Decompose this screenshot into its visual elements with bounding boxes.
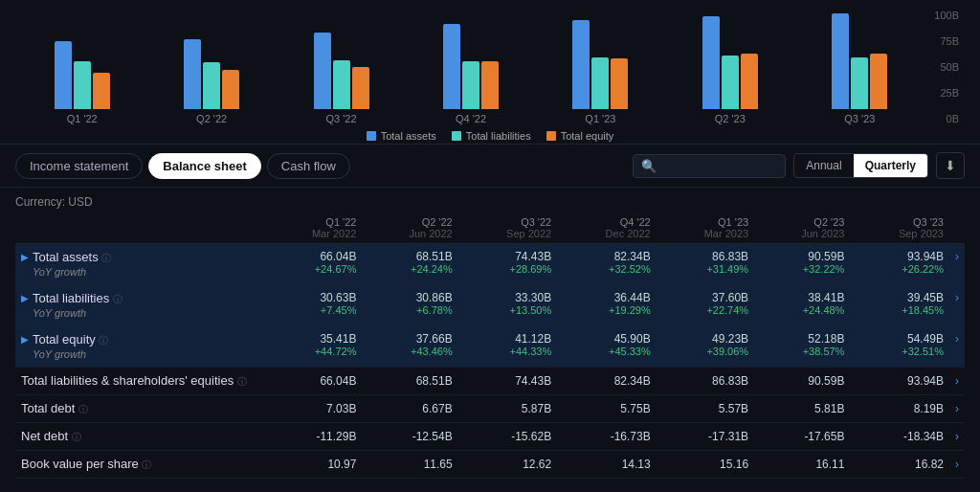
expand-icon[interactable]: ▶ [21, 334, 29, 345]
data-cell: -17.31B [657, 423, 754, 451]
bar-total-assets [184, 39, 201, 109]
cell-value: -18.34B [903, 430, 944, 443]
chart-area: Q1 '22 Q2 '22 Q3 '22 Q4 '22 Q1 '23 [0, 0, 980, 144]
col-label-header [15, 212, 264, 244]
cell-value: -16.73B [611, 430, 651, 443]
col-header: Q4 '22Dec 2022 [557, 212, 656, 244]
cell-value: 49.23B [662, 332, 748, 346]
row-sub: YoY growth [33, 307, 86, 319]
legend-item: Total liabilities [452, 130, 531, 142]
data-cell: 5.81B [754, 395, 850, 423]
data-cell: 35.41B+44.72% [264, 326, 362, 368]
row-label-cell: ▶ Total equity ⓘYoY growth [15, 326, 264, 368]
chevron-right-icon[interactable]: › [955, 374, 959, 388]
chevron-right-icon[interactable]: › [955, 402, 959, 415]
expand-icon[interactable]: ▶ [21, 293, 29, 303]
cell-value: 74.43B [464, 250, 552, 263]
table-row: Book value per share ⓘ10.9711.6512.6214.… [15, 451, 965, 479]
chart-group-label: Q4 '22 [456, 113, 486, 124]
cell-value: 8.19B [914, 402, 944, 415]
row-label-cell: ▶ Total assets ⓘYoY growth [15, 244, 264, 285]
table-row: Total debt ⓘ7.03B6.67B5.87B5.75B5.57B5.8… [15, 395, 965, 423]
table-row: ▶ Total assets ⓘYoY growth66.04B+24.67%6… [15, 244, 965, 285]
cell-growth: +26.22% [856, 263, 944, 275]
info-icon[interactable]: ⓘ [72, 432, 81, 442]
chevron-right-icon[interactable]: › [955, 332, 959, 346]
chevron-right-icon[interactable]: › [955, 458, 959, 471]
chevron-cell[interactable]: › [949, 285, 965, 326]
data-cell: -15.62B [458, 423, 558, 451]
y-axis-label: 75B [934, 35, 959, 47]
col-header: Q3 '22Sep 2022 [458, 212, 558, 244]
info-icon[interactable]: ⓘ [99, 335, 108, 346]
bar-total-equity [611, 58, 628, 109]
legend-dot [367, 131, 376, 141]
table-row: ▶ Total liabilities ⓘYoY growth30.63B+7.… [15, 285, 965, 326]
data-cell: 82.34B [557, 368, 656, 395]
period-btn-annual[interactable]: Annual [794, 154, 853, 177]
data-cell: 37.66B+43.46% [362, 326, 457, 368]
cell-value: 37.66B [368, 332, 452, 346]
chart-group: Q2 '23 [667, 4, 792, 124]
currency-label: Currency: USD [15, 188, 965, 212]
chart-group-label: Q2 '22 [196, 113, 227, 124]
bar-total-equity [222, 70, 239, 109]
cell-value: 12.62 [523, 458, 551, 471]
chevron-right-icon[interactable]: › [955, 291, 959, 304]
tab-cash-flow[interactable]: Cash flow [267, 153, 350, 179]
expand-icon[interactable]: ▶ [21, 252, 29, 262]
info-icon[interactable]: ⓘ [113, 294, 122, 304]
chart-groups: Q1 '22 Q2 '22 Q3 '22 Q4 '22 Q1 '23 [19, 10, 961, 124]
cell-growth: +28.69% [464, 263, 552, 275]
bar-total-liabilities [333, 60, 350, 109]
bar-total-liabilities [74, 61, 91, 109]
bar-total-assets [443, 24, 460, 109]
cell-growth: +24.24% [368, 263, 452, 275]
bar-total-liabilities [722, 56, 739, 109]
cell-value: 5.81B [814, 402, 844, 415]
bar-total-liabilities [203, 62, 220, 109]
data-cell: 5.87B [458, 395, 558, 423]
bar-total-equity [352, 67, 369, 109]
cell-growth: +31.49% [662, 263, 748, 275]
cell-growth: +7.45% [270, 304, 356, 316]
data-cell: 39.45B+18.45% [850, 285, 949, 326]
search-input[interactable] [662, 159, 777, 172]
cell-value: 30.63B [270, 291, 356, 304]
tab-balance-sheet[interactable]: Balance sheet [148, 153, 260, 179]
cell-growth: +6.78% [368, 304, 452, 316]
chart-group-label: Q3 '22 [326, 113, 357, 124]
cell-value: 90.59B [808, 374, 844, 388]
chevron-cell[interactable]: › [949, 244, 965, 285]
chevron-cell[interactable]: › [949, 368, 965, 395]
chevron-cell[interactable]: › [949, 451, 965, 479]
period-btn-quarterly[interactable]: Quarterly [854, 154, 927, 177]
bar-group [55, 4, 110, 109]
chevron-right-icon[interactable]: › [955, 250, 959, 263]
cell-value: 15.16 [720, 458, 748, 471]
chart-group-label: Q1 '23 [585, 113, 615, 124]
info-icon[interactable]: ⓘ [237, 376, 247, 387]
bar-chart: Q1 '22 Q2 '22 Q3 '22 Q4 '22 Q1 '23 [19, 10, 961, 124]
info-icon[interactable]: ⓘ [101, 253, 111, 263]
toolbar: Income statementBalance sheetCash flow 🔍… [0, 144, 980, 188]
chart-group-label: Q3 '23 [844, 113, 875, 124]
tab-income-statement[interactable]: Income statement [15, 153, 143, 179]
col-header: Q2 '23Jun 2023 [754, 212, 850, 244]
cell-growth: +38.57% [760, 346, 844, 357]
data-cell: 30.63B+7.45% [264, 285, 362, 326]
col-chevron-header [949, 212, 965, 244]
info-icon[interactable]: ⓘ [78, 404, 88, 414]
chevron-cell[interactable]: › [949, 423, 965, 451]
info-icon[interactable]: ⓘ [142, 459, 151, 470]
download-button[interactable]: ⬇ [936, 152, 965, 179]
chevron-right-icon[interactable]: › [955, 430, 959, 443]
cell-value: 52.18B [760, 332, 844, 346]
chevron-cell[interactable]: › [949, 395, 965, 423]
data-cell: 93.94B+26.22% [850, 244, 949, 285]
chart-group: Q2 '22 [148, 4, 274, 124]
data-cell: 54.49B+32.51% [850, 326, 949, 368]
cell-value: 86.83B [662, 250, 748, 263]
data-cell: 93.94B [850, 368, 949, 395]
chevron-cell[interactable]: › [949, 326, 965, 368]
